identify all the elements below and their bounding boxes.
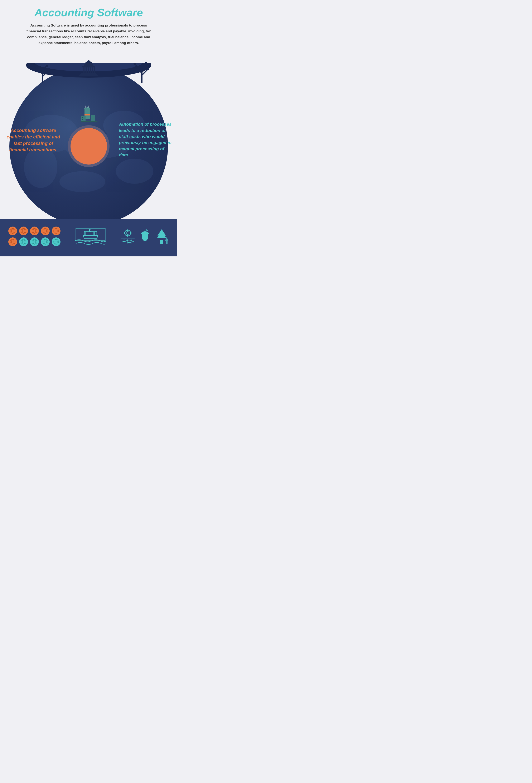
svg-point-14: [48, 68, 50, 70]
globe-left-text: Accounting software enables the efficien…: [6, 127, 61, 153]
svg-point-15: [46, 65, 48, 67]
svg-rect-30: [81, 73, 96, 74]
branch-right-decoration: [129, 57, 155, 85]
globe-icon-3: [30, 226, 39, 235]
svg-rect-25: [86, 67, 87, 73]
svg-rect-84: [130, 232, 131, 233]
svg-rect-95: [166, 241, 168, 244]
globe-right-text: Automation of processes leads to a reduc…: [119, 121, 173, 158]
factory-svg: [80, 104, 97, 123]
svg-rect-24: [84, 67, 85, 73]
svg-rect-22: [88, 60, 89, 61]
bottom-icons-section: [0, 219, 177, 256]
svg-rect-78: [95, 232, 97, 235]
agriculture-icons: [120, 228, 169, 245]
globe-icon-7: [19, 238, 28, 246]
globe-icon-5: [52, 226, 61, 235]
capitol-icon: [79, 60, 98, 79]
right-branch-svg: [129, 57, 155, 85]
globe-icon-1: [8, 226, 17, 235]
globe-container: Accounting software enables the efficien…: [0, 48, 177, 219]
branch-left-decoration: [32, 60, 53, 85]
svg-point-19: [148, 64, 151, 67]
svg-point-79: [125, 230, 131, 236]
svg-point-13: [47, 70, 49, 72]
svg-rect-36: [81, 116, 86, 121]
svg-rect-32: [79, 75, 98, 76]
svg-rect-37: [91, 115, 95, 121]
svg-point-17: [134, 63, 136, 65]
page-title: Accounting Software: [17, 6, 161, 19]
page-wrapper: Accounting Software Accounting Software …: [0, 0, 177, 256]
circle-outer-ring: [68, 125, 109, 167]
ship-svg: [74, 225, 107, 248]
svg-rect-29: [94, 67, 95, 73]
svg-rect-35: [84, 108, 90, 109]
ship-icon: [74, 225, 107, 248]
globe-icon-6: [8, 238, 17, 246]
globe-icons-grid: [8, 226, 61, 247]
left-branch-svg: [32, 60, 53, 85]
svg-rect-23: [82, 66, 95, 67]
center-circle: [68, 125, 109, 167]
globe-icon-9: [41, 238, 49, 246]
header-section: Accounting Software Accounting Software …: [0, 0, 177, 48]
tree-icon: [155, 228, 169, 245]
svg-rect-26: [88, 67, 89, 73]
subtitle-text: Accounting Software is used by accountin…: [26, 23, 151, 46]
svg-point-20: [145, 62, 147, 64]
globe-icon-8: [30, 238, 39, 246]
svg-rect-81: [127, 229, 128, 231]
acorn-icon: [139, 229, 151, 245]
farm-field-icon: [120, 229, 136, 245]
svg-point-80: [126, 231, 129, 234]
svg-point-18: [147, 68, 149, 70]
factory-icon: [80, 104, 97, 124]
svg-point-12: [37, 66, 38, 68]
svg-rect-28: [92, 67, 93, 73]
capitol-svg: [79, 60, 98, 78]
svg-point-5: [60, 171, 105, 192]
globe-assembly: Accounting software enables the efficien…: [0, 48, 177, 256]
circle-inner: [70, 128, 107, 164]
svg-rect-92: [160, 240, 163, 244]
globe-icon-2: [19, 226, 28, 235]
svg-rect-82: [127, 235, 128, 237]
svg-rect-39: [82, 119, 83, 120]
svg-point-4: [116, 159, 153, 184]
svg-rect-34: [85, 114, 90, 116]
svg-rect-31: [80, 74, 97, 75]
svg-point-11: [34, 64, 36, 66]
svg-rect-27: [90, 67, 91, 73]
svg-rect-77: [90, 232, 94, 235]
globe-icon-4: [41, 226, 49, 235]
svg-rect-76: [85, 232, 89, 235]
svg-rect-83: [124, 232, 125, 233]
svg-rect-38: [82, 117, 83, 118]
globe-icon-10: [52, 238, 61, 246]
svg-point-16: [135, 66, 137, 68]
svg-rect-40: [81, 121, 97, 122]
